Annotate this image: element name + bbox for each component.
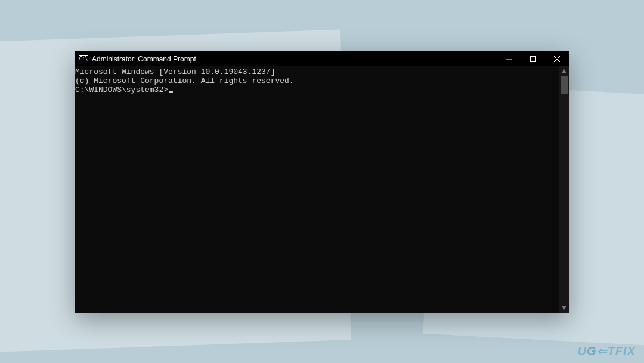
scroll-up-button[interactable] — [559, 66, 569, 76]
output-line: (c) Microsoft Corporation. All rights re… — [75, 76, 559, 85]
cmd-icon: C:\ — [79, 55, 88, 63]
cursor — [169, 91, 173, 93]
watermark-text: TFIX — [608, 344, 636, 358]
watermark-arrow-icon: ⇐ — [597, 344, 608, 358]
window-controls — [497, 51, 569, 66]
close-button[interactable] — [545, 51, 569, 66]
window-title: Administrator: Command Prompt — [92, 55, 196, 63]
output-line: Microsoft Windows [Version 10.0.19043.12… — [75, 67, 559, 76]
prompt-text: C:\WINDOWS\system32> — [75, 85, 168, 94]
chevron-down-icon — [562, 306, 566, 310]
svg-marker-5 — [562, 306, 566, 310]
prompt-line: C:\WINDOWS\system32> — [75, 85, 559, 94]
titlebar[interactable]: C:\ Administrator: Command Prompt — [75, 51, 569, 66]
minimize-button[interactable] — [497, 51, 521, 66]
watermark-text: U — [578, 344, 587, 358]
watermark-text: G — [587, 344, 597, 358]
watermark-logo: UG⇐TFIX — [578, 344, 636, 358]
command-prompt-window: C:\ Administrator: Command Prompt Micros… — [75, 51, 569, 313]
chevron-up-icon — [562, 69, 566, 73]
maximize-button[interactable] — [521, 51, 545, 66]
minimize-icon — [506, 56, 512, 62]
scroll-thumb[interactable] — [561, 76, 568, 94]
terminal-area: Microsoft Windows [Version 10.0.19043.12… — [75, 66, 569, 313]
svg-marker-4 — [562, 69, 566, 73]
terminal-output[interactable]: Microsoft Windows [Version 10.0.19043.12… — [75, 66, 559, 313]
vertical-scrollbar[interactable] — [559, 66, 569, 313]
scroll-down-button[interactable] — [559, 303, 569, 313]
close-icon — [554, 56, 560, 62]
maximize-icon — [530, 56, 536, 62]
svg-rect-1 — [531, 56, 536, 61]
